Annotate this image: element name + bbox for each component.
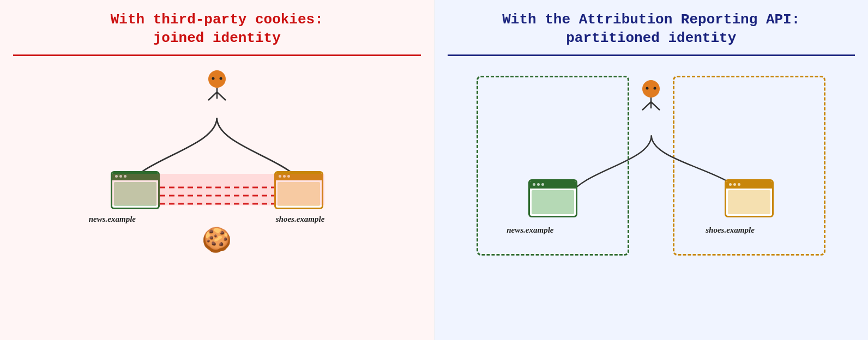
svg-line-4 [208, 92, 217, 100]
person-icon-right [637, 80, 665, 114]
left-browser-right [528, 179, 577, 217]
right-title: With the Attribution Reporting API: part… [448, 11, 855, 48]
right-divider [448, 54, 855, 56]
right-panel: With the Attribution Reporting API: part… [435, 0, 869, 340]
svg-line-5 [217, 92, 226, 100]
right-browser-right [725, 179, 774, 217]
left-site-label-left: news.example [89, 215, 136, 224]
svg-point-0 [208, 70, 226, 88]
svg-point-1 [212, 77, 214, 80]
red-highlight [112, 174, 324, 205]
svg-point-11 [646, 87, 649, 89]
right-site-label-left: shoes.example [276, 215, 325, 224]
left-divider [13, 54, 421, 56]
left-title: With third-party cookies: joined identit… [13, 11, 421, 48]
cookie-icon: 🍪 [202, 226, 232, 254]
left-site-label-right: news.example [507, 226, 553, 235]
svg-line-14 [642, 102, 651, 110]
right-diagram: news.example shoes.example [448, 65, 855, 329]
svg-point-2 [219, 77, 222, 80]
left-diagram: 🍪 news.example shoes.example [13, 65, 421, 329]
svg-point-12 [654, 87, 656, 89]
person-icon-left [203, 70, 231, 104]
right-site-label-right: shoes.example [706, 226, 755, 235]
svg-point-10 [642, 80, 660, 98]
left-panel: With third-party cookies: joined identit… [0, 0, 435, 340]
svg-line-15 [651, 102, 660, 110]
